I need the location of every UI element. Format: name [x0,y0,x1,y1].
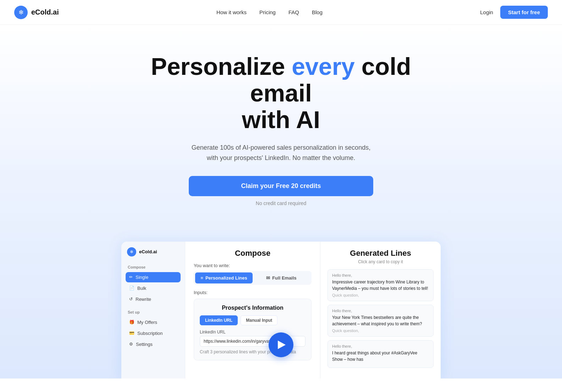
sidebar-item-bulk-label: Bulk [137,286,146,291]
demo-container: ❄ eCold.ai Compose ✏ Single 📄 Bulk ↺ Rew… [121,242,441,379]
navbar: ❄ eCold.ai How it works Pricing FAQ Blog… [0,0,562,25]
login-button[interactable]: Login [480,9,493,15]
prospect-tabs: LinkedIn URL Manual Input [200,315,305,325]
sidebar-item-bulk[interactable]: 📄 Bulk [126,283,181,293]
linkedin-url-label: LinkedIn URL [200,330,305,335]
sidebar-item-myoffers-label: My Offers [137,320,157,325]
logo-link[interactable]: ❄ eCold.ai [14,6,59,19]
email-icon: ✉ [266,275,270,281]
hero-title-part1: Personalize [151,53,292,80]
no-credit-card-label: No credit card required [256,200,306,206]
sidebar-logo-text: eCold.ai [139,249,157,254]
pencil-icon: ✏ [129,275,133,280]
nav-how-it-works[interactable]: How it works [216,9,247,15]
generated-subtitle: Click any card to copy it [327,259,434,264]
sidebar-item-single-label: Single [136,275,148,280]
generated-title: Generated Lines [327,249,434,258]
card1-quick: Quick question, [332,293,429,297]
inputs-section-label: Inputs: [194,290,312,295]
settings-icon: ⚙ [129,342,133,347]
tab-manual-input[interactable]: Manual Input [241,315,277,325]
sidebar-logo: ❄ eCold.ai [126,247,181,256]
compose-panel: Compose You want to write: ≡ Personalize… [185,242,320,379]
sidebar-item-rewrite-label: Rewrite [136,297,151,302]
hero-title-highlight: every [292,53,355,80]
sidebar-logo-icon: ❄ [127,247,136,256]
generated-card-1[interactable]: Hello there, Impressive career trajector… [327,269,434,301]
compose-write-label: You want to write: [194,263,312,268]
hero-subtitle: Generate 100s of AI-powered sales person… [189,143,373,163]
hero-title-line2: with AI [242,106,320,133]
hero-section: Personalize every cold email with AI Gen… [0,25,562,227]
prospect-info-title: Prospect's Information [200,305,305,311]
prospect-info-box: Prospect's Information LinkedIn URL Manu… [194,299,312,360]
lines-icon: ≡ [200,275,203,281]
tab-linkedin-url[interactable]: LinkedIn URL [200,315,238,325]
setup-section-label: Set up [126,309,181,316]
card1-body: Impressive career trajectory from Wine L… [332,279,429,292]
nav-pricing[interactable]: Pricing [259,9,276,15]
tab-personalized-lines[interactable]: ≡ Personalized Lines [195,272,253,283]
offers-icon: 🎁 [129,320,134,325]
card3-hello: Hello there, [332,344,429,348]
demo-section: ❄ eCold.ai Compose ✏ Single 📄 Bulk ↺ Rew… [0,227,562,379]
subscription-icon: 💳 [129,331,134,336]
nav-blog[interactable]: Blog [312,9,323,15]
sidebar-item-subscription-label: Subscription [137,331,163,336]
card2-body: Your New York Times bestsellers are quit… [332,314,429,327]
compose-section-label: Compose [126,264,181,271]
sidebar: ❄ eCold.ai Compose ✏ Single 📄 Bulk ↺ Rew… [121,242,185,379]
generated-panel: Generated Lines Click any card to copy i… [320,242,441,379]
card1-hello: Hello there, [332,273,429,277]
nav-actions: Login Start for free [480,6,548,19]
nav-faq[interactable]: FAQ [288,9,299,15]
compose-panel-title: Compose [194,249,312,258]
card2-quick: Quick question, [332,328,429,333]
sidebar-item-settings[interactable]: ⚙ Settings [126,339,181,349]
compose-tabs: ≡ Personalized Lines ✉ Full Emails [194,271,312,285]
card3-body: I heard great things about your #AskGary… [332,350,429,363]
sidebar-item-subscription[interactable]: 💳 Subscription [126,328,181,338]
logo-icon: ❄ [14,6,28,19]
play-button[interactable] [269,332,293,357]
claim-cta-button[interactable]: Claim your Free 20 credits [189,176,373,196]
tab-personalized-lines-label: Personalized Lines [205,275,247,281]
setup-section: Set up 🎁 My Offers 💳 Subscription ⚙ Sett… [126,309,181,349]
tab-full-emails[interactable]: ✉ Full Emails [253,272,310,283]
sidebar-item-single[interactable]: ✏ Single [126,272,181,282]
sidebar-item-settings-label: Settings [136,342,153,347]
hero-title: Personalize every cold email with AI [128,53,434,133]
generated-card-3[interactable]: Hello there, I heard great things about … [327,340,434,368]
logo-text: eCold.ai [31,8,59,16]
sidebar-item-myoffers[interactable]: 🎁 My Offers [126,317,181,327]
play-icon [278,341,286,349]
bulk-icon: 📄 [129,286,134,291]
generated-card-2[interactable]: Hello there, Your New York Times bestsel… [327,305,434,337]
sidebar-item-rewrite[interactable]: ↺ Rewrite [126,294,181,304]
start-for-free-button[interactable]: Start for free [500,6,548,19]
tab-full-emails-label: Full Emails [272,275,297,281]
nav-links: How it works Pricing FAQ Blog [216,9,323,16]
card2-hello: Hello there, [332,309,429,313]
rewrite-icon: ↺ [129,297,133,302]
